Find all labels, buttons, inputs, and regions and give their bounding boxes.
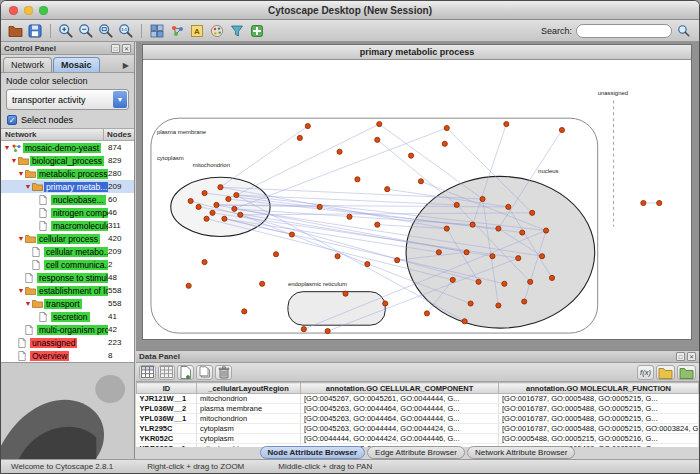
- network-node[interactable]: [385, 187, 390, 192]
- import-attributes-icon[interactable]: [656, 365, 675, 380]
- network-node[interactable]: [496, 303, 501, 308]
- table-cell[interactable]: YLR295C: [137, 424, 197, 434]
- table-cell[interactable]: YKR052C: [137, 434, 197, 444]
- tree-item-establishment-of-lo[interactable]: ▼establishment of lo...558: [1, 284, 134, 297]
- table-cell[interactable]: plasma membrane: [197, 404, 301, 414]
- search-input[interactable]: [576, 24, 672, 38]
- title-bar[interactable]: Cytoscape Desktop (New Session): [1, 1, 699, 20]
- table-row[interactable]: YKR052Ccytoplasm[GO:0044444, GO:0044424,…: [137, 434, 699, 444]
- table-cell[interactable]: YJR121W__1: [137, 394, 197, 404]
- expander-icon[interactable]: ▼: [17, 287, 25, 295]
- tree-item-nitrogen-compo[interactable]: nitrogen compo...46: [1, 206, 134, 219]
- formula-builder-icon[interactable]: f(x): [637, 365, 654, 380]
- tree-item-metabolic-process[interactable]: ▼metabolic process280: [1, 167, 134, 180]
- tree-column-nodes[interactable]: Nodes: [104, 129, 134, 140]
- network-node[interactable]: [325, 329, 330, 334]
- float-data-panel-icon[interactable]: □: [676, 352, 685, 361]
- table-cell[interactable]: [GO:0005488, GO:0005215, GO:0005216, G..…: [499, 434, 699, 444]
- table-cell[interactable]: [GO:0016787, GO:0005488, GO:0005215, G..…: [499, 404, 699, 414]
- table-cell[interactable]: [GO:0016787, GO:0005488, GO:0005215, G..…: [499, 394, 699, 404]
- unselect-attributes-icon[interactable]: [158, 365, 175, 380]
- tree-item-unassigned[interactable]: unassigned223: [1, 336, 134, 349]
- tree-item-secretion[interactable]: secretion41: [1, 310, 134, 323]
- network-node[interactable]: [196, 204, 201, 209]
- minimize-window-button[interactable]: [24, 6, 33, 15]
- network-node[interactable]: [202, 260, 207, 265]
- tab-mosaic[interactable]: Mosaic: [53, 57, 100, 72]
- table-cell[interactable]: mitochondrion: [197, 394, 301, 404]
- close-panel-icon[interactable]: ✕: [122, 44, 131, 53]
- network-node[interactable]: [444, 125, 449, 130]
- network-node[interactable]: [480, 196, 485, 201]
- chevron-down-icon[interactable]: ▼: [113, 91, 127, 108]
- network-node[interactable]: [559, 127, 564, 132]
- network-node[interactable]: [502, 281, 507, 286]
- network-node[interactable]: [337, 149, 342, 154]
- network-manager-icon[interactable]: [168, 22, 186, 40]
- table-cell[interactable]: [GO:0045267, GO:0045261, GO:0044444, G..…: [301, 394, 499, 404]
- close-data-panel-icon[interactable]: ✕: [687, 352, 696, 361]
- column-header-id[interactable]: ID: [137, 383, 197, 394]
- network-node[interactable]: [522, 299, 527, 304]
- tree-item-primary-metab[interactable]: ▼primary metab...209: [1, 180, 134, 193]
- new-attribute-icon[interactable]: [177, 365, 194, 380]
- network-node[interactable]: [347, 214, 352, 219]
- tab-edge-attribute-browser[interactable]: Edge Attribute Browser: [367, 446, 465, 459]
- network-node[interactable]: [375, 137, 380, 142]
- open-session-icon[interactable]: [6, 22, 24, 40]
- network-node[interactable]: [226, 196, 231, 201]
- expander-icon[interactable]: ▼: [3, 144, 11, 152]
- expander-icon[interactable]: ▼: [24, 183, 32, 191]
- table-cell[interactable]: YPL036W__1: [137, 414, 197, 424]
- attribute-batch-icon[interactable]: [196, 365, 213, 380]
- table-row[interactable]: YPL036W__2plasma membrane[GO:0045263, GO…: [137, 404, 699, 414]
- network-node[interactable]: [520, 230, 525, 235]
- tree-item-cell-communica[interactable]: cell communica...2: [1, 258, 134, 271]
- network-node[interactable]: [202, 191, 207, 196]
- vizmapper-icon[interactable]: [208, 22, 226, 40]
- table-cell[interactable]: [GO:0045263, GO:0044464, GO:0044444, G..…: [301, 404, 499, 414]
- tree-item-nucleobase[interactable]: nucleobase...60: [1, 193, 134, 206]
- expander-icon[interactable]: ▼: [17, 170, 25, 178]
- tree-item-mosaic-demo-yeast[interactable]: ▼mosaic-demo-yeast874: [1, 141, 134, 154]
- network-node[interactable]: [424, 311, 429, 316]
- network-node[interactable]: [540, 254, 545, 259]
- table-cell[interactable]: [GO:0016787, GO:0005488, GO:0005215, G..…: [499, 414, 699, 424]
- network-node[interactable]: [395, 258, 400, 263]
- network-overview-thumbnail[interactable]: [1, 362, 134, 459]
- tree-item-cellular-metabo[interactable]: cellular metabo...209: [1, 245, 134, 258]
- expander-icon[interactable]: ▼: [17, 235, 25, 243]
- network-node[interactable]: [657, 200, 662, 205]
- network-node[interactable]: [528, 279, 533, 284]
- network-view-title[interactable]: primary metabolic process: [143, 45, 691, 60]
- network-node[interactable]: [238, 212, 243, 217]
- network-node[interactable]: [222, 216, 227, 221]
- network-node[interactable]: [317, 204, 322, 209]
- select-nodes-checkbox[interactable]: ✓: [7, 115, 17, 125]
- tree-item-response-to-stimul[interactable]: response to stimul...48: [1, 271, 134, 284]
- network-overview-icon[interactable]: [148, 22, 166, 40]
- table-cell[interactable]: cytoplasm: [197, 434, 301, 444]
- zoom-in-icon[interactable]: [57, 22, 75, 40]
- column-header-annotation-go-cellular-component[interactable]: annotation.GO CELLULAR_COMPONENT: [301, 383, 499, 394]
- delete-attribute-icon[interactable]: [215, 365, 232, 380]
- table-row[interactable]: YLR295Ccytoplasm[GO:0045263, GO:0044444,…: [137, 424, 699, 434]
- network-node[interactable]: [490, 254, 495, 259]
- network-node[interactable]: [289, 232, 294, 237]
- table-cell[interactable]: [GO:0045263, GO:0044464, GO:0044444, G..…: [301, 414, 499, 424]
- tab-network[interactable]: Network: [3, 57, 52, 72]
- table-cell[interactable]: [GO:0045263, GO:0044444, GO:0044424, G..…: [301, 424, 499, 434]
- network-node[interactable]: [476, 279, 481, 284]
- network-node[interactable]: [504, 122, 509, 127]
- network-node[interactable]: [218, 185, 223, 190]
- tree-item-multi-organism-pro[interactable]: multi-organism pro...42: [1, 323, 134, 336]
- network-node[interactable]: [383, 301, 388, 306]
- network-node[interactable]: [462, 319, 467, 324]
- tree-column-network[interactable]: Network: [1, 129, 104, 140]
- tab-network-attribute-browser[interactable]: Network Attribute Browser: [467, 446, 575, 459]
- network-node[interactable]: [335, 254, 340, 259]
- annotation-icon[interactable]: A: [188, 22, 206, 40]
- tree-item-transport[interactable]: ▼transport558: [1, 297, 134, 310]
- network-node[interactable]: [408, 153, 413, 158]
- network-node[interactable]: [232, 206, 237, 211]
